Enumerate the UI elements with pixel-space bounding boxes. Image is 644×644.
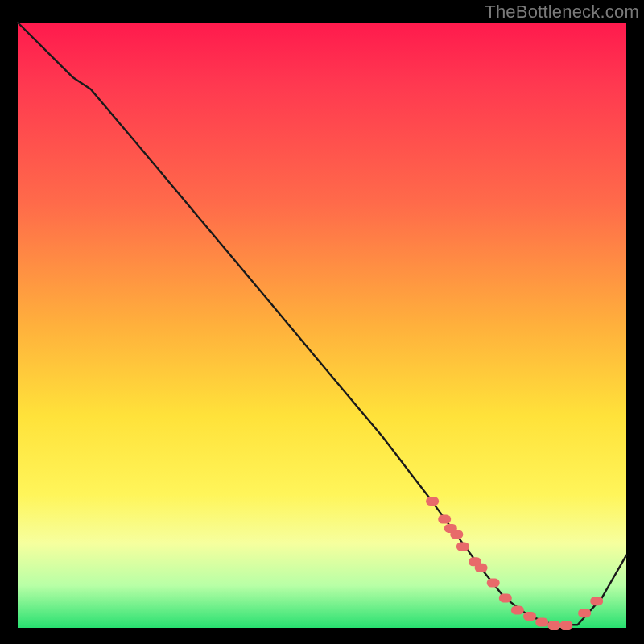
marker-dot (578, 609, 591, 617)
marker-dot (475, 564, 488, 572)
marker-dot (547, 621, 560, 630)
curve-svg (18, 23, 626, 628)
chart-stage: TheBottleneck.com (0, 0, 644, 644)
marker-dot (487, 579, 500, 588)
marker-dot (559, 621, 572, 630)
plot-area (18, 23, 626, 628)
marker-dot (523, 612, 536, 621)
watermark-text: TheBottleneck.com (485, 2, 639, 23)
bottleneck-curve (18, 23, 626, 625)
marker-dot (590, 597, 603, 605)
marker-dot (438, 515, 451, 524)
marker-dot (535, 618, 548, 627)
marker-dot (499, 593, 512, 602)
marker-dot (450, 530, 463, 539)
marker-dot (511, 605, 524, 614)
marker-dot (426, 497, 439, 506)
marker-dot (456, 543, 469, 551)
marker-group (426, 497, 603, 630)
